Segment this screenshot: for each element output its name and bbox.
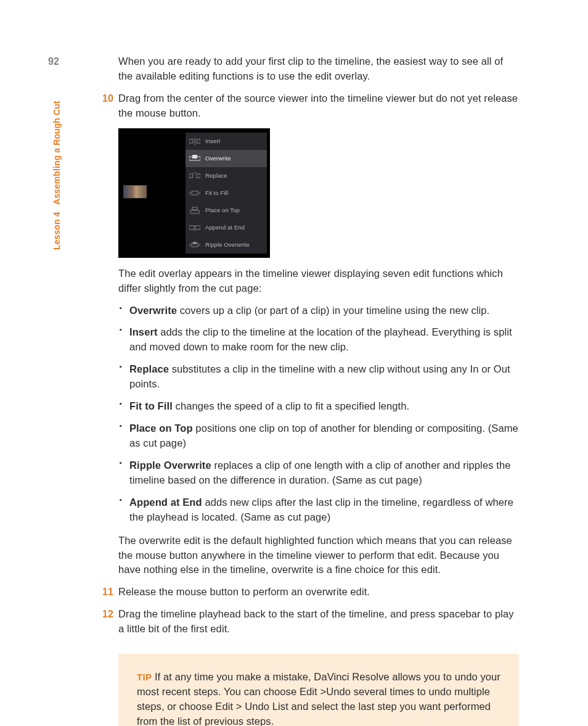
overlay-label: Overwrite <box>205 154 231 163</box>
step-11-text: Release the mouse button to perform an o… <box>118 585 519 600</box>
lesson-title: Assembling a Rough Cut <box>52 101 62 205</box>
term: Replace <box>129 363 169 374</box>
list-item: Ripple Overwrite replaces a clip of one … <box>118 458 519 488</box>
term: Ripple Overwrite <box>129 460 211 471</box>
content-area: When you are ready to add your first cli… <box>118 54 519 726</box>
overlay-item-replace: Replace <box>186 167 267 184</box>
overwrite-icon <box>189 155 200 162</box>
overlay-item-fit-to-fill: Fit to Fill <box>186 184 267 202</box>
list-item: Append at End adds new clips after the l… <box>118 495 519 525</box>
replace-icon <box>189 172 200 179</box>
desc: substitutes a clip in the timeline with … <box>129 363 510 389</box>
overlay-label: Place on Top <box>205 206 240 215</box>
step-12-text: Drag the timeline playhead back to the s… <box>118 607 519 637</box>
tip-callout: TIP If at any time you make a mistake, D… <box>118 654 519 726</box>
term: Place on Top <box>129 423 193 434</box>
desc: changes the speed of a clip to fit a spe… <box>173 400 409 411</box>
edit-overlay-figure: Insert Overwrite Replace Fit to Fill Pla… <box>118 128 270 258</box>
clip-thumbnail <box>123 185 147 199</box>
step-11: 11 Release the mouse button to perform a… <box>118 585 519 600</box>
svg-rect-0 <box>189 139 193 143</box>
overlay-item-place-on-top: Place on Top <box>186 202 267 219</box>
list-item: Fit to Fill changes the speed of a clip … <box>118 399 519 414</box>
step-10-text: Drag from the center of the source viewe… <box>118 91 519 121</box>
list-item: Replace substitutes a clip in the timeli… <box>118 362 519 392</box>
step-number-10: 10 <box>96 91 113 105</box>
tip-body: If at any time you make a mistake, DaVin… <box>137 671 500 726</box>
tip-label: TIP <box>137 672 152 682</box>
overlay-label: Append at End <box>205 223 245 232</box>
svg-rect-6 <box>197 174 200 178</box>
svg-rect-9 <box>192 207 197 210</box>
term: Overwrite <box>129 305 177 316</box>
place-on-top-icon <box>189 207 200 214</box>
overlay-item-insert: Insert <box>186 133 267 150</box>
append-at-end-icon <box>189 224 200 231</box>
term: Insert <box>129 326 158 337</box>
intro-paragraph: When you are ready to add your first cli… <box>118 54 519 84</box>
svg-rect-5 <box>189 174 193 178</box>
list-item: Place on Top positions one clip on top o… <box>118 421 519 451</box>
after-bullets-paragraph: The overwrite edit is the default highli… <box>118 534 519 578</box>
tip-text: TIP If at any time you make a mistake, D… <box>137 670 500 726</box>
term: Fit to Fill <box>129 400 173 411</box>
bullet-list: Overwrite covers up a clip (or part of a… <box>118 303 519 525</box>
list-item: Insert adds the clip to the timeline at … <box>118 325 519 355</box>
side-section-label: Lesson 4 Assembling a Rough Cut <box>51 101 63 250</box>
after-overlay-paragraph: The edit overlay appears in the timeline… <box>118 266 519 296</box>
list-item: Overwrite covers up a clip (or part of a… <box>118 303 519 318</box>
edit-overlay-menu: Insert Overwrite Replace Fit to Fill Pla… <box>186 133 267 254</box>
overlay-label: Fit to Fill <box>205 189 228 197</box>
overlay-item-ripple-overwrite: Ripple Overwrite <box>186 236 267 254</box>
overlay-label: Insert <box>205 137 220 146</box>
svg-rect-8 <box>190 210 199 213</box>
svg-rect-4 <box>192 155 197 159</box>
step-10: 10 Drag from the center of the source vi… <box>118 91 519 121</box>
insert-icon <box>189 138 200 145</box>
step-number-11: 11 <box>96 585 113 599</box>
fit-to-fill-icon <box>189 189 200 197</box>
svg-rect-14 <box>193 242 197 244</box>
page-number: 92 <box>48 54 59 68</box>
term: Append at End <box>129 497 202 508</box>
step-number-12: 12 <box>96 607 113 621</box>
desc: adds the clip to the timeline at the loc… <box>129 326 512 352</box>
overlay-item-append-at-end: Append at End <box>186 219 267 236</box>
overlay-item-overwrite: Overwrite <box>186 150 267 167</box>
desc: covers up a clip (or part of a clip) in … <box>177 305 489 316</box>
overlay-label: Replace <box>205 171 227 180</box>
svg-rect-10 <box>189 226 194 229</box>
step-12: 12 Drag the timeline playhead back to th… <box>118 607 519 637</box>
svg-rect-1 <box>197 139 200 143</box>
ripple-overwrite-icon <box>189 241 200 249</box>
svg-rect-7 <box>192 191 198 195</box>
lesson-number: Lesson 4 <box>52 212 62 250</box>
overlay-label: Ripple Overwrite <box>205 241 250 249</box>
svg-rect-11 <box>195 226 200 229</box>
